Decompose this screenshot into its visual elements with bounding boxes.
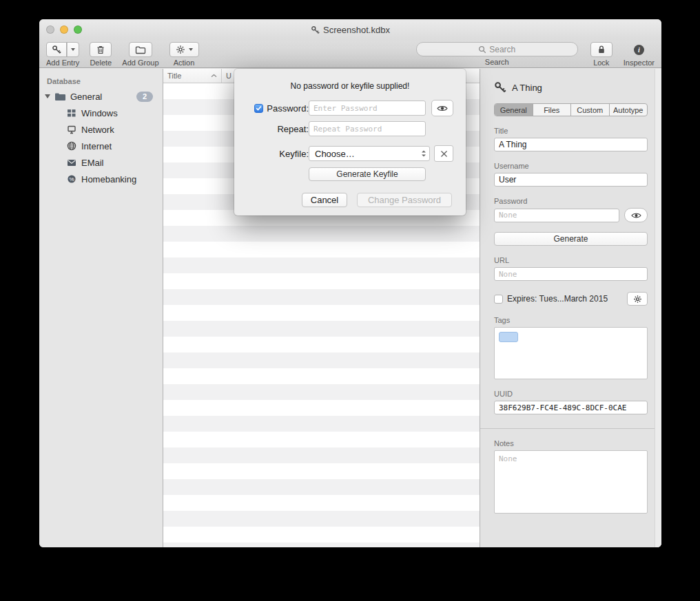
lock-label: Lock	[593, 59, 609, 67]
url-field[interactable]	[494, 267, 648, 281]
lock-button[interactable]	[590, 42, 612, 57]
homebanking-icon: %	[67, 174, 76, 184]
windows-icon	[67, 109, 76, 118]
traffic-lights	[46, 25, 82, 34]
add-entry-dropdown[interactable]	[67, 43, 79, 56]
inspector-panel: A Thing General Files Custom Autotype Ti…	[480, 69, 661, 547]
password-checkbox[interactable]	[254, 104, 263, 113]
sort-ascending-icon	[211, 74, 217, 78]
action-label: Action	[174, 59, 195, 67]
expires-row: Expires: Tues...March 2015	[494, 292, 648, 306]
inspector-button[interactable]: i	[629, 42, 649, 57]
chevron-down-icon	[71, 48, 75, 51]
sidebar-item-label: EMail	[81, 158, 104, 168]
dialog-password-input[interactable]	[309, 101, 426, 116]
dialog-buttons: Cancel Change Password	[234, 193, 466, 207]
key-plus-icon	[47, 43, 67, 56]
title-label: Title	[494, 127, 648, 135]
expires-settings-button[interactable]	[627, 292, 648, 306]
inspector-entry-title: A Thing	[512, 83, 542, 93]
eye-icon	[631, 212, 641, 219]
chevron-down-icon	[189, 48, 193, 51]
sidebar-item-email[interactable]: EMail	[39, 154, 163, 171]
toolbar-delete: Delete	[90, 42, 112, 67]
change-password-button[interactable]: Change Password	[357, 193, 452, 207]
password-field[interactable]	[494, 209, 619, 222]
close-x-icon	[440, 150, 448, 158]
dialog-keyfile-label: Keyfile:	[248, 149, 309, 159]
dialog-repeat-input[interactable]	[309, 121, 426, 136]
notes-field[interactable]: None	[494, 450, 648, 514]
uuid-field[interactable]	[494, 401, 648, 414]
zoom-button[interactable]	[74, 25, 82, 34]
search-input[interactable]: Search	[416, 42, 578, 56]
tab-autotype[interactable]: Autotype	[610, 104, 648, 116]
dialog-password-labelcell: Password:	[248, 103, 309, 114]
uuid-label: UUID	[494, 390, 648, 398]
toolbar-action: Action	[169, 42, 199, 67]
sidebar-item-label: Internet	[81, 141, 112, 151]
inspector-label: Inspector	[624, 59, 655, 67]
generate-keyfile-button[interactable]: Generate Keyfile	[309, 167, 426, 181]
eye-icon	[437, 105, 448, 112]
disclosure-triangle-icon[interactable]	[45, 94, 50, 98]
column-header-title[interactable]: Title	[163, 69, 222, 83]
add-group-label: Add Group	[122, 59, 158, 67]
sidebar-item-network[interactable]: Network	[39, 121, 163, 138]
url-label: URL	[494, 256, 648, 264]
tab-general[interactable]: General	[495, 104, 533, 116]
add-entry-button[interactable]	[46, 42, 79, 57]
close-button[interactable]	[46, 25, 54, 34]
toolbar-add-group: Add Group	[122, 42, 158, 67]
sidebar-item-label: Network	[81, 125, 114, 135]
toolbar-lock: Lock	[590, 42, 612, 67]
sidebar-item-label: Windows	[81, 108, 118, 118]
tab-files[interactable]: Files	[533, 104, 572, 116]
internet-globe-icon	[67, 141, 76, 151]
generate-password-button[interactable]: Generate	[494, 232, 648, 246]
minimize-button[interactable]	[60, 25, 68, 34]
notes-label: Notes	[494, 439, 648, 447]
tab-custom[interactable]: Custom	[571, 104, 610, 116]
sidebar-item-homebanking[interactable]: % Homebanking	[39, 171, 163, 187]
dialog-keyfile-row: Keyfile: Choose…	[234, 145, 466, 162]
sidebar-item-internet[interactable]: Internet	[39, 138, 163, 154]
app-window: Screenshot.kdbx Add Entry Delete	[39, 19, 661, 547]
tag-chip[interactable]	[499, 332, 518, 342]
clear-keyfile-button[interactable]	[434, 145, 453, 162]
window-title-group: Screenshot.kdbx	[311, 25, 390, 35]
sidebar-group-label: General	[70, 92, 102, 102]
show-password-button[interactable]	[624, 208, 648, 222]
delete-button[interactable]	[90, 42, 112, 57]
dialog-repeat-row: Repeat:	[234, 121, 466, 136]
delete-label: Delete	[90, 59, 112, 67]
toolbar-search: Search Search	[416, 42, 578, 66]
column-header-username[interactable]: U	[222, 69, 236, 83]
svg-text:i: i	[638, 46, 640, 54]
dialog-password-row: Password:	[234, 100, 466, 116]
action-button[interactable]	[169, 42, 199, 57]
sidebar-item-windows[interactable]: Windows	[39, 105, 163, 121]
dialog-show-password-button[interactable]	[431, 100, 453, 116]
add-entry-label: Add Entry	[46, 59, 79, 67]
add-group-button[interactable]	[129, 42, 152, 57]
tags-field[interactable]	[494, 327, 648, 379]
keyfile-dropdown[interactable]: Choose…	[309, 146, 430, 161]
sidebar-item-label: Homebanking	[81, 174, 136, 184]
search-icon	[478, 45, 486, 54]
inspector-entry-header: A Thing	[494, 81, 648, 94]
search-placeholder: Search	[489, 45, 515, 54]
email-icon	[67, 159, 76, 167]
inspector-scrollbar[interactable]	[655, 69, 661, 547]
username-field[interactable]	[494, 173, 648, 187]
search-label: Search	[485, 58, 509, 66]
dialog-password-label: Password:	[267, 103, 309, 114]
title-field[interactable]	[494, 138, 648, 151]
cancel-button[interactable]: Cancel	[302, 193, 347, 207]
info-icon: i	[633, 44, 645, 56]
titlebar: Screenshot.kdbx	[39, 19, 661, 40]
stepper-icon	[421, 149, 426, 158]
expires-checkbox[interactable]	[494, 295, 503, 304]
sidebar-group-general[interactable]: General 2	[39, 88, 163, 105]
dialog-repeat-label: Repeat:	[248, 124, 309, 134]
